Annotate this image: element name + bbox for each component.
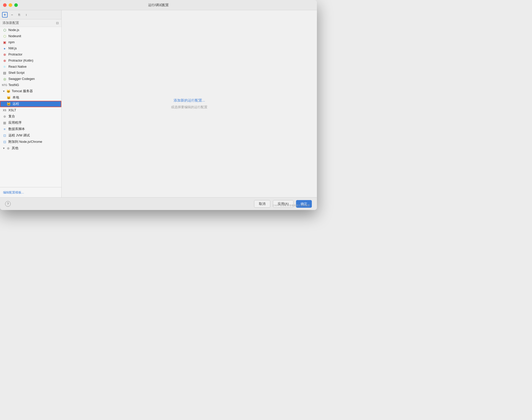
cancel-button[interactable]: 取消 <box>254 200 270 208</box>
remote-jvm-label: 远程 JVM 调试 <box>8 133 30 138</box>
nodeunit-label: Nodeunit <box>8 34 21 38</box>
list-item-remote-jvm[interactable]: ⊡ 远程 JVM 调试 <box>0 132 61 139</box>
tomcat-local-label: 本地 <box>12 95 19 100</box>
add-config-link[interactable]: 添加新的运行配置... <box>174 98 205 103</box>
protractor-label: Protractor <box>8 53 22 56</box>
npm-label: npm <box>8 40 15 44</box>
question-icon: ? <box>7 202 9 206</box>
db-script-icon: ≡ <box>3 127 7 131</box>
shell-script-label: Shell Script <box>8 71 24 75</box>
list-item-shell-script[interactable]: ▤ Shell Script <box>0 70 61 76</box>
list-item-protractor-kotlin[interactable]: ⊗ Protractor (Kotlin) <box>0 58 61 64</box>
bottom-bar-inner: ? 取消 应用(A) 确定 CSDN @条条管道都有基兰在买股票 <box>5 200 312 208</box>
sort-icon: ↕ <box>25 13 27 17</box>
xslt-icon: XS <box>3 108 7 112</box>
xslt-label: XSLT <box>8 108 16 112</box>
compound-icon: ⊕ <box>3 115 7 119</box>
nodejs-icon: ⬡ <box>3 28 7 32</box>
tomcat-group-header[interactable]: ▼ 🐱 Tomcat 服务器 <box>0 88 61 94</box>
tomcat-local-icon: 🐱 <box>7 96 11 100</box>
help-button[interactable]: ? <box>5 201 11 207</box>
main-layout: + − ⎘ ↕ 添加新配置 ⊟ ⬡ Node.js <box>0 10 317 197</box>
list-item-testng[interactable]: NTG TestNG <box>0 82 61 88</box>
react-native-icon: ⚛ <box>3 65 7 69</box>
tomcat-group-label: Tomcat 服务器 <box>12 89 33 93</box>
config-list: ⬡ Node.js ⬡ Nodeunit ▣ npm ● NW.js ⊗ Pro… <box>0 27 61 187</box>
list-item-swagger[interactable]: ◎ Swagger Codegen <box>0 76 61 82</box>
compound-label: 复合 <box>8 114 15 119</box>
maximize-button[interactable] <box>14 3 18 7</box>
hint-text: 或选择要编辑的运行配置 <box>171 105 207 109</box>
sort-button[interactable]: ↕ <box>23 12 29 18</box>
nwjs-label: NW.js <box>8 47 17 50</box>
list-item-compound[interactable]: ⊕ 复合 <box>0 113 61 120</box>
edit-templates-link[interactable]: 编辑配置模板... <box>3 191 24 194</box>
list-item-app[interactable]: ▦ 应用程序 <box>0 120 61 126</box>
window-title: 运行/调试配置 <box>148 3 169 7</box>
chevron-down-icon-2: ▼ <box>3 147 5 150</box>
list-item-tomcat-local[interactable]: 🐱 本地 <box>0 94 61 101</box>
testng-label: TestNG <box>8 83 19 87</box>
tomcat-remote-icon: 🐱 <box>7 102 11 106</box>
protractor-kotlin-label: Protractor (Kotlin) <box>8 59 33 62</box>
list-item-xslt[interactable]: XS XSLT <box>0 107 61 113</box>
db-script-label: 数据库脚本 <box>8 127 25 131</box>
list-item-db-script[interactable]: ≡ 数据库脚本 <box>0 126 61 132</box>
list-item-nodeunit[interactable]: ⬡ Nodeunit <box>0 33 61 39</box>
chevron-down-icon: ▼ <box>3 90 5 93</box>
attach-nodejs-icon: ⊡ <box>3 140 7 144</box>
tomcat-icon: 🐱 <box>6 89 10 93</box>
bottom-link-area: 编辑配置模板... <box>0 187 61 197</box>
swagger-label: Swagger Codegen <box>8 77 35 81</box>
app-label: 应用程序 <box>8 121 22 125</box>
section-header: 添加新配置 ⊟ <box>0 19 61 27</box>
minus-icon: − <box>11 13 13 17</box>
list-item-npm[interactable]: ▣ npm <box>0 39 61 45</box>
remove-button[interactable]: − <box>9 12 15 18</box>
nodejs-label: Node.js <box>8 28 19 32</box>
protractor-kotlin-icon: ⊗ <box>3 59 7 63</box>
other-group-label: 其他 <box>12 146 18 150</box>
list-item-nodejs[interactable]: ⬡ Node.js <box>0 27 61 33</box>
remote-jvm-icon: ⊡ <box>3 134 7 138</box>
close-button[interactable] <box>3 3 7 7</box>
shell-script-icon: ▤ <box>3 71 7 75</box>
other-group-header[interactable]: ▼ ⊕ 其他 <box>0 145 61 151</box>
window-controls <box>3 3 18 7</box>
npm-icon: ▣ <box>3 40 7 44</box>
nodeunit-icon: ⬡ <box>3 34 7 38</box>
react-native-label: React Native <box>8 65 27 68</box>
bottom-bar: ? 取消 应用(A) 确定 CSDN @条条管道都有基兰在买股票 <box>0 197 317 210</box>
list-item-attach-nodejs[interactable]: ⊡ 附加到 Node.js/Chrome <box>0 139 61 145</box>
watermark: CSDN @条条管道都有基兰在买股票 <box>273 204 310 207</box>
plus-icon: + <box>4 12 6 17</box>
testng-icon: NTG <box>3 83 7 87</box>
right-panel: 添加新的运行配置... 或选择要编辑的运行配置 <box>62 10 317 197</box>
tomcat-remote-label: 远程 <box>12 102 19 106</box>
attach-nodejs-label: 附加到 Node.js/Chrome <box>8 140 42 144</box>
swagger-icon: ◎ <box>3 77 7 81</box>
other-icon: ⊕ <box>6 146 10 150</box>
toolbar: + − ⎘ ↕ <box>0 10 61 19</box>
minimize-button[interactable] <box>9 3 12 7</box>
title-bar: 运行/调试配置 <box>0 0 317 10</box>
app-icon: ▦ <box>3 121 7 125</box>
copy-icon: ⎘ <box>18 13 20 17</box>
left-panel: + − ⎘ ↕ 添加新配置 ⊟ ⬡ Node.js <box>0 10 62 197</box>
list-item-react-native[interactable]: ⚛ React Native <box>0 64 61 70</box>
list-item-tomcat-remote[interactable]: 🐱 远程 <box>0 101 61 107</box>
list-item-nwjs[interactable]: ● NW.js <box>0 45 61 51</box>
collapse-icon[interactable]: ⊟ <box>56 21 59 25</box>
section-title: 添加新配置 <box>3 21 19 25</box>
copy-button[interactable]: ⎘ <box>16 12 22 18</box>
nwjs-icon: ● <box>3 46 7 50</box>
protractor-icon: ⊗ <box>3 52 7 57</box>
add-config-button[interactable]: + <box>2 12 8 18</box>
list-item-protractor[interactable]: ⊗ Protractor <box>0 51 61 58</box>
